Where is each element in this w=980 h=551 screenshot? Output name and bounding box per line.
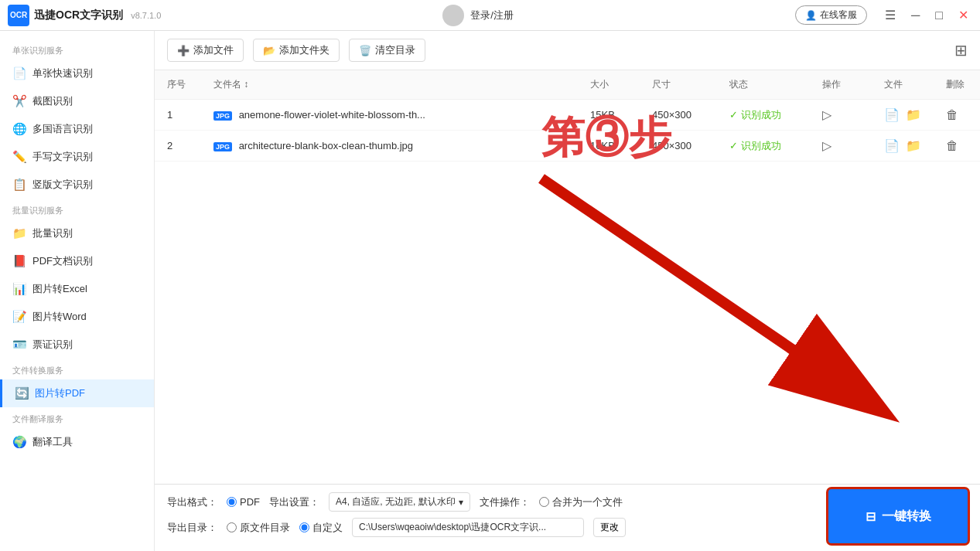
col-header-file: 文件 — [872, 70, 934, 100]
convert-button-wrap: ⊟ 一键转换 — [828, 489, 968, 543]
content-area: ➕ 添加文件 📂 添加文件夹 🗑️ 清空目录 ⊞ 序号 — [155, 31, 980, 551]
col-header-del: 删除 — [934, 70, 980, 100]
img2pdf-icon: 🔄 — [15, 386, 29, 400]
file-type-badge: JPG — [213, 111, 232, 121]
file-op-label: 文件操作： — [480, 495, 530, 509]
dir-custom-radio[interactable] — [299, 522, 309, 532]
export-format-label: 导出格式： — [167, 495, 217, 509]
sidebar-item-img2pdf[interactable]: 🔄 图片转PDF — [0, 379, 154, 407]
service-icon: 👤 — [805, 10, 817, 21]
merge-label[interactable]: 合并为一个文件 — [539, 495, 623, 509]
path-display: C:\Users\wqeaoiw\desktop\迅捷OCR文字识... — [352, 518, 584, 537]
excel-icon: 📊 — [12, 282, 26, 296]
sidebar-section-batch: 批量识别服务 — [0, 199, 154, 219]
file-table: 序号 文件名 ↕ 大小 尺寸 状态 操作 文件 删除 1 — [155, 70, 980, 162]
menu-button[interactable]: ☰ — [881, 6, 900, 24]
open-folder-icon[interactable]: 📁 — [906, 138, 921, 153]
avatar — [442, 5, 464, 26]
clear-icon: 🗑️ — [359, 45, 371, 56]
delete-icon[interactable]: 🗑 — [946, 139, 958, 152]
sidebar-item-multilang[interactable]: 🌐 多国语言识别 — [0, 115, 154, 143]
dir-custom-label[interactable]: 自定义 — [299, 521, 343, 535]
batch-icon: 📁 — [12, 226, 26, 240]
sidebar-item-batch[interactable]: 📁 批量识别 — [0, 219, 154, 247]
add-folder-button[interactable]: 📂 添加文件夹 — [253, 39, 340, 62]
play-icon[interactable]: ▷ — [822, 138, 831, 153]
sidebar-section-single: 单张识别服务 — [0, 39, 154, 60]
view-file-icon[interactable]: 📄 — [884, 138, 900, 153]
sidebar-item-handwrite[interactable]: ✏️ 手写文字识别 — [0, 143, 154, 171]
export-dir-label: 导出目录： — [167, 521, 217, 535]
login-button[interactable]: 登录/注册 — [470, 9, 514, 22]
dir-original-radio[interactable] — [227, 522, 237, 532]
col-header-name: 文件名 ↕ — [201, 70, 578, 100]
close-button[interactable]: ✕ — [954, 6, 972, 24]
col-header-dim: 尺寸 — [640, 70, 717, 100]
clear-button[interactable]: 🗑️ 清空目录 — [349, 39, 425, 62]
add-file-icon: ➕ — [177, 45, 190, 56]
file-type-badge: JPG — [213, 142, 232, 151]
sidebar-item-word[interactable]: 📝 图片转Word — [0, 303, 154, 331]
translate-icon: 🌍 — [12, 435, 26, 449]
play-icon[interactable]: ▷ — [822, 107, 831, 122]
sidebar-item-excel[interactable]: 📊 图片转Excel — [0, 275, 154, 303]
pdf-icon: 📕 — [12, 254, 26, 268]
app-logo: OCR 迅捷OCR文字识别 v8.7.1.0 — [8, 5, 161, 26]
format-pdf-radio[interactable] — [227, 497, 237, 507]
minimize-button[interactable]: ─ — [907, 7, 924, 24]
dir-original-label[interactable]: 原文件目录 — [227, 521, 290, 535]
word-icon: 📝 — [12, 310, 26, 324]
app-title: 迅捷OCR文字识别 — [34, 9, 123, 22]
file-action-icons: 📄 📁 — [884, 107, 921, 122]
convert-icon: ⊟ — [866, 509, 876, 524]
sidebar: 单张识别服务 📄 单张快速识别 ✂️ 截图识别 🌐 多国语言识别 ✏️ 手写文字… — [0, 31, 155, 551]
add-file-button[interactable]: ➕ 添加文件 — [167, 39, 244, 62]
handwrite-icon: ✏️ — [12, 150, 26, 164]
arrow-graphic — [387, 117, 928, 464]
window-controls: ☰ ─ □ ✕ — [881, 6, 972, 24]
view-file-icon[interactable]: 📄 — [884, 107, 900, 122]
bottom-panel-wrap: 导出格式： PDF 导出设置： A4, 自适应, 无边距, 默认水印 ▾ 文件操… — [155, 484, 980, 551]
check-icon: ✓ — [729, 140, 738, 151]
sidebar-item-card[interactable]: 🪪 票证识别 — [0, 331, 154, 359]
delete-icon[interactable]: 🗑 — [946, 108, 958, 121]
sidebar-item-vertical[interactable]: 📋 竖版文字识别 — [0, 171, 154, 199]
maximize-button[interactable]: □ — [931, 7, 947, 24]
sidebar-section-translate: 文件翻译服务 — [0, 407, 154, 428]
merge-radio[interactable] — [539, 497, 549, 507]
col-header-size: 大小 — [578, 70, 640, 100]
quick-icon: 📄 — [12, 66, 26, 80]
open-folder-icon[interactable]: 📁 — [906, 107, 921, 122]
format-pdf-label[interactable]: PDF — [227, 496, 260, 508]
sidebar-item-quick[interactable]: 📄 单张快速识别 — [0, 60, 154, 87]
check-icon: ✓ — [729, 109, 738, 121]
status-badge: ✓ 识别成功 — [729, 108, 797, 122]
app-version: v8.7.1.0 — [131, 11, 161, 20]
sidebar-item-translate[interactable]: 🌍 翻译工具 — [0, 428, 154, 456]
col-header-status: 状态 — [717, 70, 810, 100]
status-badge: ✓ 识别成功 — [729, 139, 797, 153]
sidebar-section-convert: 文件转换服务 — [0, 359, 154, 379]
export-settings-label: 导出设置： — [269, 495, 319, 509]
col-header-op: 操作 — [810, 70, 872, 100]
sidebar-item-pdf[interactable]: 📕 PDF文档识别 — [0, 247, 154, 275]
view-grid-icon[interactable]: ⊞ — [954, 41, 968, 60]
titlebar: OCR 迅捷OCR文字识别 v8.7.1.0 登录/注册 👤 在线客服 ☰ ─ … — [0, 0, 980, 31]
change-path-button[interactable]: 更改 — [593, 518, 626, 537]
service-button[interactable]: 👤 在线客服 — [795, 5, 867, 25]
table-row: 1 JPG anemone-flower-violet-white-blosso… — [155, 100, 980, 131]
sidebar-item-screenshot[interactable]: ✂️ 截图识别 — [0, 87, 154, 115]
screenshot-icon: ✂️ — [12, 94, 26, 108]
svg-line-1 — [541, 179, 882, 410]
main-layout: 单张识别服务 📄 单张快速识别 ✂️ 截图识别 🌐 多国语言识别 ✏️ 手写文字… — [0, 31, 980, 551]
action-icons: ▷ — [822, 138, 859, 153]
action-icons: ▷ — [822, 107, 859, 122]
file-action-icons: 📄 📁 — [884, 138, 921, 153]
col-header-num: 序号 — [155, 70, 201, 100]
app-icon: OCR — [8, 5, 29, 26]
settings-select[interactable]: A4, 自适应, 无边距, 默认水印 ▾ — [329, 492, 470, 512]
card-icon: 🪪 — [12, 338, 26, 352]
toolbar: ➕ 添加文件 📂 添加文件夹 🗑️ 清空目录 ⊞ — [155, 31, 980, 70]
convert-button[interactable]: ⊟ 一键转换 — [828, 489, 968, 543]
file-area: 序号 文件名 ↕ 大小 尺寸 状态 操作 文件 删除 1 — [155, 70, 980, 484]
